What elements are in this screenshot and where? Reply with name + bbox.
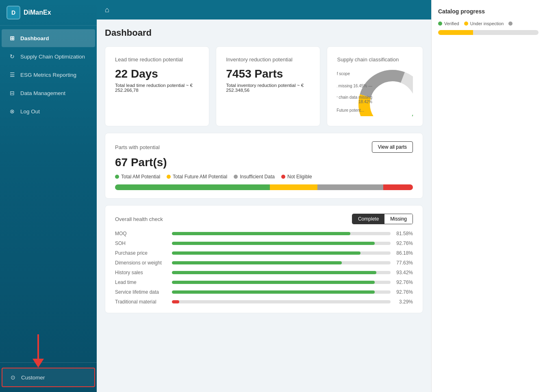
donut-label-sc-missing: Supply chain data missing18.42% xyxy=(337,95,372,104)
sidebar-item-data-mgmt[interactable]: ⊟ Data Management xyxy=(2,84,95,102)
health-row-pct: 92.76% xyxy=(395,240,413,246)
page-title: Dashboard xyxy=(105,28,423,38)
arrow-head xyxy=(33,359,44,368)
health-bar-wrap xyxy=(172,242,391,245)
catalog-bar-inspection xyxy=(438,30,473,35)
catalog-legend-other xyxy=(508,21,512,26)
health-header: Overall health check Complete Missing xyxy=(115,214,413,224)
catalog-legend-verified: Verified xyxy=(438,21,459,26)
inventory-label: Inventory reduction potential xyxy=(226,56,310,63)
health-row-label: History sales xyxy=(115,270,168,275)
logout-icon: ⊗ xyxy=(8,107,16,115)
legend-dot-not-eligible xyxy=(281,175,285,179)
bar-insufficient xyxy=(317,184,383,190)
health-row-label: Traditional material xyxy=(115,299,168,305)
health-row-label: Lead time xyxy=(115,279,168,285)
dashboard-icon: ⊞ xyxy=(8,34,16,42)
logo-icon: D xyxy=(7,6,20,19)
parts-count: 67 Part(s) xyxy=(115,156,413,169)
verified-dot xyxy=(438,22,442,26)
donut-label-out-of-scope: Out of scope xyxy=(337,71,350,76)
legend-item-future-am: Total Future AM Potential xyxy=(167,174,227,180)
esg-icon: ☰ xyxy=(8,71,16,79)
health-title: Overall health check xyxy=(115,216,163,222)
legend-dot-future-am xyxy=(167,175,171,179)
health-row: Traditional material 3.29% xyxy=(115,299,413,305)
legend-item-insufficient: Insufficient Data xyxy=(234,174,275,180)
home-icon[interactable]: ⌂ xyxy=(105,6,109,14)
lead-time-value: 22 Days xyxy=(115,67,199,80)
legend-dot-am xyxy=(115,175,119,179)
health-bar-wrap xyxy=(172,290,391,294)
right-panel: Catalog progress Verified Under inspecti… xyxy=(431,0,545,392)
bar-future-am xyxy=(270,184,317,190)
kpi-cards-row: Lead time reduction potential 22 Days To… xyxy=(105,46,423,126)
data-mgmt-icon: ⊟ xyxy=(8,89,16,97)
content-area: Dashboard Lead time reduction potential … xyxy=(97,19,431,392)
under-inspection-dot xyxy=(464,22,468,26)
parts-legend: Total AM Potential Total Future AM Poten… xyxy=(115,174,413,180)
health-bar-fill xyxy=(172,290,375,294)
health-row: Dimensions or weight 77.63% xyxy=(115,260,413,266)
catalog-legend-under-inspection: Under inspection xyxy=(464,21,504,26)
health-row: History sales 93.42% xyxy=(115,270,413,275)
health-row-pct: 92.76% xyxy=(395,289,413,295)
arrow-annotation xyxy=(33,334,44,368)
supply-chain-icon: ↻ xyxy=(8,52,16,61)
supply-chain-label: Supply chain classification xyxy=(337,56,413,63)
health-row-label: Service lifetime data xyxy=(115,289,168,295)
inventory-sub: Total inventory reduction potential ~ € … xyxy=(226,83,310,93)
health-bar-fill xyxy=(172,232,350,235)
arrow-line xyxy=(37,334,39,359)
sidebar: D DiManEx ⊞ Dashboard ↻ Supply Chain Opt… xyxy=(0,0,97,392)
sidebar-bottom: ⊙ Customer xyxy=(0,362,97,392)
supply-chain-card: Supply chain classification Out of scope… xyxy=(327,46,423,126)
health-bar-fill xyxy=(172,261,342,264)
legend-dot-insufficient xyxy=(234,175,238,179)
lead-time-sub: Total lead time reduction potential ~ € … xyxy=(115,83,199,93)
donut-chart-area: Out of scope Tech en SC data missing 16.… xyxy=(337,67,413,116)
inventory-value: 7453 Parts xyxy=(226,67,310,80)
inventory-card: Inventory reduction potential 7453 Parts… xyxy=(216,46,320,126)
legend-item-not-eligible: Not Eligible xyxy=(281,174,312,180)
lead-time-card: Lead time reduction potential 22 Days To… xyxy=(105,46,209,126)
sidebar-item-supply-chain[interactable]: ↻ Supply Chain Optimization xyxy=(2,48,95,65)
health-bar-fill xyxy=(172,242,375,245)
health-row-label: MOQ xyxy=(115,231,168,236)
sidebar-item-customer[interactable]: ⊙ Customer xyxy=(2,368,95,387)
catalog-section: Catalog progress Verified Under inspecti… xyxy=(438,8,538,35)
health-row: Purchase price 86.18% xyxy=(115,250,413,256)
toggle-complete-button[interactable]: Complete xyxy=(352,214,384,224)
health-card: Overall health check Complete Missing MO… xyxy=(105,205,423,313)
toggle-missing-button[interactable]: Missing xyxy=(384,214,413,224)
legend-item-am: Total AM Potential xyxy=(115,174,160,180)
health-row-pct: 93.42% xyxy=(395,270,413,275)
catalog-legend: Verified Under inspection xyxy=(438,21,538,26)
sidebar-item-logout[interactable]: ⊗ Log Out xyxy=(2,102,95,120)
lead-time-label: Lead time reduction potential xyxy=(115,56,199,63)
view-all-parts-button[interactable]: View all parts xyxy=(372,141,413,153)
health-row-pct: 3.29% xyxy=(395,299,413,305)
health-row-label: SOH xyxy=(115,240,168,246)
catalog-bar xyxy=(438,30,538,35)
health-bar-wrap xyxy=(172,271,391,274)
health-bar-fill xyxy=(172,300,179,303)
sidebar-logo: D DiManEx xyxy=(0,0,97,26)
sidebar-nav: ⊞ Dashboard ↻ Supply Chain Optimization … xyxy=(0,26,97,362)
health-toggle: Complete Missing xyxy=(352,214,413,224)
health-rows: MOQ 81.58% SOH 92.76% Purchase price 86.… xyxy=(115,231,413,305)
health-row-label: Purchase price xyxy=(115,250,168,256)
health-row: SOH 92.76% xyxy=(115,240,413,246)
bar-am-potential xyxy=(115,184,270,190)
health-bar-fill xyxy=(172,281,375,284)
health-bar-wrap xyxy=(172,261,391,264)
health-bar-wrap xyxy=(172,300,391,303)
health-row-pct: 92.76% xyxy=(395,279,413,285)
health-bar-wrap xyxy=(172,251,391,255)
sidebar-item-esg[interactable]: ☰ ESG Metrics Reporting xyxy=(2,66,95,84)
sidebar-item-dashboard[interactable]: ⊞ Dashboard xyxy=(2,29,95,47)
health-row: Lead time 92.76% xyxy=(115,279,413,285)
customer-icon: ⊙ xyxy=(9,373,17,381)
donut-label-future: Future potent... xyxy=(337,108,364,113)
parts-header-label: Parts with potential xyxy=(115,144,160,150)
